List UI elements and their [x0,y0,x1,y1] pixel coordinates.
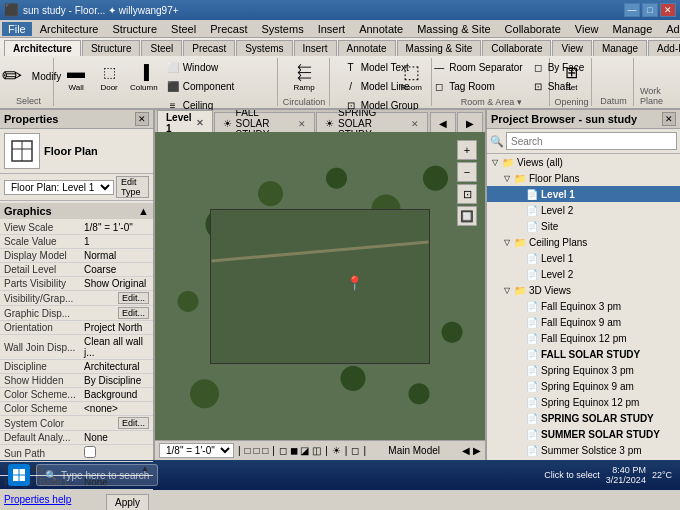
menu-structure[interactable]: Structure [106,22,163,36]
floor-plan-level-select[interactable]: Floor Plan: Level 1 [4,180,114,195]
menu-collaborate[interactable]: Collaborate [499,22,567,36]
tree-node-fall-equinox-12pm[interactable]: 📄 Fall Equinox 12 pm [487,330,680,346]
view-area[interactable]: 📍 + − ⊡ 🔲 [155,132,485,440]
menu-precast[interactable]: Precast [204,22,253,36]
ribbon-tab-steel[interactable]: Steel [141,40,182,56]
visibility-edit-button[interactable]: Edit... [118,292,149,304]
graphics-section-header[interactable]: Graphics ▲ [0,203,153,219]
title-bar-controls[interactable]: — □ ✕ [624,3,676,17]
maximize-button[interactable]: □ [642,3,658,17]
tab-fall-solar[interactable]: ☀ FALL SOLAR STUDY ✕ [214,112,315,132]
tree-view: ▽ 📁 Views (all) ▽ 📁 Floor Plans 📄 Level … [487,154,680,460]
tree-toggle-3d-views[interactable]: ▽ [501,284,513,296]
tree-node-spring-equinox-9am[interactable]: 📄 Spring Equinox 9 am [487,378,680,394]
tab-level1[interactable]: Level 1 ✕ [157,110,213,132]
ribbon-tab-systems[interactable]: Systems [236,40,292,56]
menu-addins[interactable]: Add-Ins [660,22,680,36]
wall-join-label: Wall Join Disp... [4,342,84,353]
search-input[interactable] [506,132,677,150]
tree-node-ceiling-plans[interactable]: ▽ 📁 Ceiling Plans [487,234,680,250]
tree-node-spring-solar-study[interactable]: 📄 SPRING SOLAR STUDY [487,410,680,426]
tree-node-site[interactable]: 📄 Site [487,218,680,234]
ribbon-tab-precast[interactable]: Precast [183,40,235,56]
ribbon-tab-insert[interactable]: Insert [294,40,337,56]
menu-view[interactable]: View [569,22,605,36]
menu-steel[interactable]: Steel [165,22,202,36]
tree-toggle-views-all[interactable]: ▽ [489,156,501,168]
floor-plan-label: Floor Plan [44,145,98,157]
tag-room-button[interactable]: ◻ Tag Room [429,77,525,95]
edit-type-button[interactable]: Edit Type [116,176,149,198]
ribbon-tab-addins[interactable]: Add-Ins [648,40,680,56]
ribbon-tab-view[interactable]: View [552,40,592,56]
menu-massing[interactable]: Massing & Site [411,22,496,36]
tree-node-level1[interactable]: 📄 Level 1 [487,186,680,202]
system-color-edit-button[interactable]: Edit... [118,417,149,429]
tab-fall-solar-icon: ☀ [223,118,232,129]
tree-node-spring-equinox-12pm[interactable]: 📄 Spring Equinox 12 pm [487,394,680,410]
tab-arrow-left[interactable]: ◀ [430,112,456,132]
close-button[interactable]: ✕ [660,3,676,17]
set-button[interactable]: ⊞ Set [555,58,587,95]
tab-fall-solar-close[interactable]: ✕ [298,119,306,129]
taskbar-clock: 8:40 PM 3/21/2024 [606,465,646,485]
title-bar-left: ⬛ sun study - Floor... ✦ willywang97+ [4,3,179,17]
tree-node-fall-equinox-9am[interactable]: 📄 Fall Equinox 9 am [487,314,680,330]
floor-plan-section: Floor Plan [0,129,153,174]
sun-path-checkbox[interactable] [84,446,96,458]
tree-node-spring-equinox-3pm[interactable]: 📄 Spring Equinox 3 pm [487,362,680,378]
tree-node-3d-views[interactable]: ▽ 📁 3D Views [487,282,680,298]
room-separator-button[interactable]: — Room Separator [429,58,525,76]
ribbon-tab-architecture[interactable]: Architecture [4,40,81,56]
start-button[interactable] [8,464,30,486]
tab-level1-close[interactable]: ✕ [196,118,204,128]
tree-node-summer-solar-study[interactable]: 📄 SUMMER SOLAR STUDY [487,426,680,442]
search-bar-taskbar[interactable]: 🔍 Type here to search [36,464,158,486]
fit-to-window-button[interactable]: ⊡ [457,184,477,204]
menu-architecture[interactable]: Architecture [34,22,105,36]
column-button[interactable]: ▐ Column [126,58,162,95]
door-button[interactable]: ⬚ Door [93,58,125,95]
tree-node-fall-solar-study[interactable]: 📄 FALL SOLAR STUDY [487,346,680,362]
properties-close-button[interactable]: ✕ [135,112,149,126]
project-browser-close-button[interactable]: ✕ [662,112,676,126]
apply-button[interactable]: Apply [106,494,149,510]
tree-node-floor-plans[interactable]: ▽ 📁 Floor Plans [487,170,680,186]
ribbon-tab-structure[interactable]: Structure [82,40,141,56]
minimize-button[interactable]: — [624,3,640,17]
tree-node-views-all[interactable]: ▽ 📁 Views (all) [487,154,680,170]
tree-node-fall-equinox-3pm[interactable]: 📄 Fall Equinox 3 pm [487,298,680,314]
menu-annotate[interactable]: Annotate [353,22,409,36]
tree-toggle-ceiling-plans[interactable]: ▽ [501,236,513,248]
ramp-button[interactable]: ⬱ Ramp [288,58,320,95]
room-button[interactable]: ⬚ Room [395,58,427,95]
tree-node-summer-solstice-9am[interactable]: 📄 Summer Solstice 9 am [487,458,680,460]
column-label: Column [130,84,158,93]
bottom-scale-select[interactable]: 1/8" = 1'-0" [159,443,234,458]
component-button[interactable]: ⬛ Component [163,77,238,95]
ribbon-tab-massing[interactable]: Massing & Site [397,40,482,56]
graphic-disp-edit-button[interactable]: Edit... [118,307,149,319]
window-button[interactable]: ⬜ Window [163,58,238,76]
ribbon-tab-manage[interactable]: Manage [593,40,647,56]
wall-button[interactable]: ▬ Wall [60,58,92,95]
menu-file[interactable]: File [2,22,32,36]
menu-systems[interactable]: Systems [255,22,309,36]
ribbon-tab-annotate[interactable]: Annotate [338,40,396,56]
menu-manage[interactable]: Manage [607,22,659,36]
menu-insert[interactable]: Insert [312,22,352,36]
view-cube-button[interactable]: 🔲 [457,206,477,226]
tree-node-level2[interactable]: 📄 Level 2 [487,202,680,218]
ribbon-tab-collaborate[interactable]: Collaborate [482,40,551,56]
zoom-out-button[interactable]: − [457,162,477,182]
tab-spring-solar[interactable]: ☀ SPRING SOLAR STUDY ✕ [316,112,428,132]
zoom-in-button[interactable]: + [457,140,477,160]
tree-node-ceiling-level2[interactable]: 📄 Level 2 [487,266,680,282]
properties-help-link[interactable]: Properties help [4,494,103,510]
ribbon-group-workplane: Work Plane [636,58,676,106]
tab-arrow-right[interactable]: ▶ [457,112,483,132]
tree-toggle-floor-plans[interactable]: ▽ [501,172,513,184]
tab-spring-solar-close[interactable]: ✕ [411,119,419,129]
tree-node-ceiling-level1[interactable]: 📄 Level 1 [487,250,680,266]
tree-node-summer-solstice-3pm[interactable]: 📄 Summer Solstice 3 pm [487,442,680,458]
